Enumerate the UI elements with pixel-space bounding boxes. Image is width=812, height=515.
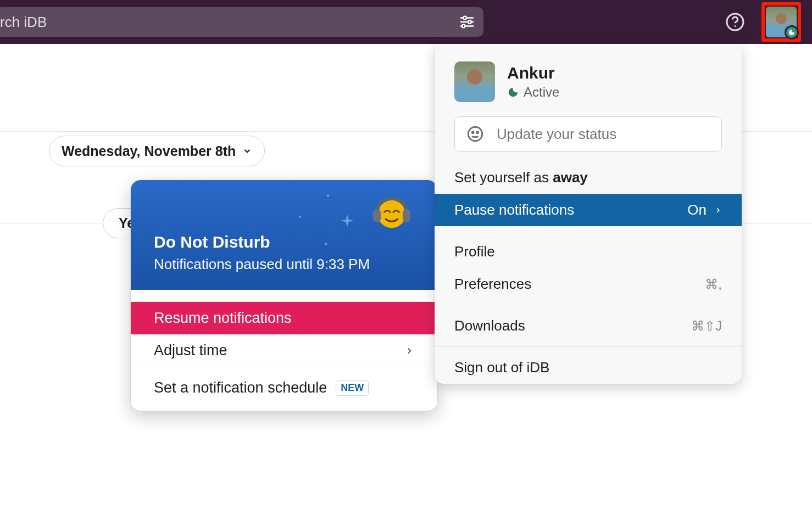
- status-text: Active: [524, 85, 559, 100]
- chevron-down-icon: [242, 146, 252, 156]
- downloads-label: Downloads: [454, 317, 525, 334]
- date-chip[interactable]: Wednesday, November 8th: [49, 136, 265, 166]
- set-away-label: Set yourself as away: [454, 169, 588, 186]
- topbar-right: [724, 2, 801, 42]
- svg-rect-9: [373, 209, 381, 222]
- adjust-time-label: Adjust time: [154, 342, 227, 359]
- dnd-header: ● ● ● Do Not Disturb Notifications pause…: [131, 180, 437, 290]
- resume-notifications-item[interactable]: Resume notifications: [131, 302, 437, 334]
- notification-schedule-label: Set a notification schedule: [154, 379, 327, 396]
- notification-schedule-item[interactable]: Set a notification schedule NEW: [131, 367, 437, 411]
- svg-point-14: [477, 132, 479, 133]
- signout-label: Sign out of iDB: [454, 359, 549, 376]
- search-filter-icon[interactable]: [457, 12, 477, 32]
- user-menu: Ankur z Active Set yourself as away Paus…: [435, 44, 742, 384]
- preferences-label: Preferences: [454, 276, 531, 293]
- svg-point-7: [735, 25, 736, 27]
- search-input-wrap[interactable]: rch iDB: [0, 7, 483, 37]
- downloads-item[interactable]: Downloads ⌘⇧J: [435, 310, 742, 342]
- divider: [435, 346, 742, 347]
- spacer: [131, 290, 437, 302]
- dnd-badge-icon: [785, 25, 799, 40]
- dnd-submenu: ● ● ● Do Not Disturb Notifications pause…: [131, 180, 437, 411]
- set-away-item[interactable]: Set yourself as away: [435, 161, 742, 194]
- smiley-icon: [466, 125, 485, 143]
- profile-item[interactable]: Profile: [435, 236, 742, 268]
- chevron-right-icon: [714, 206, 722, 214]
- preferences-shortcut: ⌘,: [705, 277, 722, 292]
- help-icon[interactable]: [724, 11, 746, 33]
- adjust-time-item[interactable]: Adjust time: [131, 334, 437, 367]
- divider: [435, 231, 742, 231]
- user-name: Ankur: [507, 64, 559, 82]
- dnd-subtitle: Notifications paused until 9:33 PM: [154, 256, 414, 273]
- pause-state-text: On: [687, 201, 707, 219]
- status-field[interactable]: [497, 126, 710, 143]
- svg-point-13: [472, 132, 474, 133]
- preferences-item[interactable]: Preferences ⌘,: [435, 268, 742, 300]
- signout-item[interactable]: Sign out of iDB: [435, 351, 742, 384]
- headphone-emoji-icon: [367, 194, 416, 232]
- user-menu-header: Ankur z Active: [435, 44, 742, 116]
- svg-text:z: z: [514, 87, 516, 92]
- new-badge: NEW: [336, 380, 369, 396]
- pause-notifications-item[interactable]: Pause notifications On: [435, 194, 742, 226]
- downloads-shortcut: ⌘⇧J: [691, 318, 722, 334]
- dot-icon: ●: [299, 214, 302, 219]
- profile-label: Profile: [454, 243, 495, 260]
- dnd-title: Do Not Disturb: [154, 233, 414, 251]
- sparkle-icon: [340, 213, 355, 231]
- divider: [435, 305, 742, 305]
- user-status: z Active: [507, 85, 559, 100]
- svg-point-5: [462, 25, 465, 28]
- avatar: [454, 61, 495, 102]
- svg-point-1: [464, 16, 467, 20]
- topbar: rch iDB: [0, 0, 812, 44]
- svg-point-12: [468, 127, 482, 141]
- presence-dnd-icon: z: [507, 86, 519, 98]
- pause-notifications-label: Pause notifications: [454, 201, 574, 219]
- search-input[interactable]: rch iDB: [0, 14, 457, 31]
- date-label: Wednesday, November 8th: [62, 143, 236, 159]
- user-avatar-highlighted[interactable]: [761, 2, 801, 42]
- svg-point-8: [378, 200, 405, 228]
- svg-point-3: [468, 20, 471, 24]
- chevron-right-icon: [404, 346, 414, 356]
- pause-state: On: [687, 201, 722, 219]
- update-status-input[interactable]: [454, 116, 722, 152]
- dot-icon: ●: [326, 192, 330, 198]
- svg-rect-10: [403, 209, 410, 222]
- dot-icon: ●: [324, 240, 327, 247]
